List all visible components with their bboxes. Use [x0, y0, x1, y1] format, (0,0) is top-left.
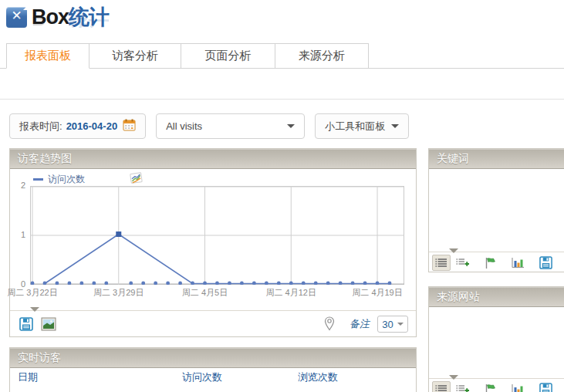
export-icon[interactable]: [18, 316, 35, 332]
report-date-value: 2016-04-20: [66, 120, 118, 132]
widget-footer-separator: [429, 378, 564, 379]
keywords-empty-body: [429, 169, 564, 252]
trend-chart: 访问次数 210 周二 3月22日周二 3月29日周二 4月5日周二 4月12日…: [10, 169, 416, 310]
legend-line-swatch: [33, 178, 43, 181]
chevron-down-icon: [391, 124, 399, 128]
trend-chart-svg[interactable]: [30, 186, 404, 285]
referrers-empty-body: [429, 307, 564, 378]
widget-title: 关键词: [429, 149, 564, 169]
bar-chart-icon[interactable]: [508, 381, 527, 392]
keywords-widget: 关键词: [428, 148, 564, 272]
column-visits[interactable]: 访问次数: [182, 370, 298, 384]
collapse-handle-icon[interactable]: [449, 375, 458, 380]
tab-visitor-analysis[interactable]: 访客分析: [89, 43, 181, 69]
y-axis-tick-label: 2: [13, 181, 25, 190]
bar-chart-icon[interactable]: [508, 255, 527, 271]
tab-report-dashboard[interactable]: 报表面板: [6, 43, 89, 69]
tab-source-analysis[interactable]: 来源分析: [275, 43, 369, 69]
x-axis-tick-label: 周二 4月5日: [182, 287, 228, 299]
widget-footer: [429, 379, 564, 392]
annotations-link[interactable]: 备注: [350, 317, 370, 331]
collapse-handle-icon[interactable]: [30, 307, 39, 312]
widget-title: 实时访客: [10, 348, 416, 368]
chevron-down-icon: [287, 124, 295, 128]
x-axis-tick-label: 周二 4月19日: [352, 287, 402, 299]
chart-footer-right: 备注 30: [321, 316, 408, 333]
chart-footer: 备注 30: [10, 311, 416, 337]
app-title-cn: 统计: [69, 5, 109, 29]
realtime-visitors-widget: 实时访客 日期 访问次数 浏览次数: [9, 347, 417, 392]
x-axis-tick-label: 周二 3月22日: [7, 287, 57, 299]
filter-row: 报表时间: 2016-04-20 All visits 小工具和面板: [9, 113, 409, 139]
collapse-handle-icon[interactable]: [449, 248, 458, 253]
app-logo: ✕ Box统计: [6, 4, 109, 30]
widgets-and-dashboard-button[interactable]: 小工具和面板: [315, 113, 409, 139]
referrer-sites-widget: 来源网站: [428, 286, 564, 392]
widget-title: 访客趋势图: [10, 149, 416, 169]
image-export-icon[interactable]: [40, 316, 57, 332]
x-axis-tick-label: 周二 3月29日: [93, 287, 144, 299]
chevron-down-icon: [397, 323, 404, 326]
row-limit-select[interactable]: 30: [377, 316, 408, 333]
app-title: Box统计: [32, 7, 109, 28]
segment-selected-label: All visits: [166, 120, 202, 132]
realtime-table-header: 日期 访问次数 浏览次数: [10, 368, 416, 387]
report-time-label: 报表时间:: [19, 120, 62, 133]
report-date-selector[interactable]: 报表时间: 2016-04-20: [9, 113, 146, 139]
map-pin-icon[interactable]: [321, 316, 338, 332]
widget-footer: [429, 252, 564, 273]
main-tabbar: 报表面板 访客分析 页面分析 来源分析: [0, 42, 564, 69]
column-date[interactable]: 日期: [18, 370, 182, 384]
goal-flag-icon[interactable]: [481, 255, 499, 271]
legend-label: 访问次数: [48, 173, 85, 186]
goal-flag-icon[interactable]: [481, 381, 499, 392]
segment-selector[interactable]: All visits: [156, 113, 305, 139]
sub-toolbar: [0, 69, 564, 100]
table-view-icon[interactable]: [432, 381, 451, 392]
chart-footer-separator: [10, 310, 416, 311]
column-pageviews[interactable]: 浏览次数: [298, 370, 338, 384]
export-icon[interactable]: [536, 381, 555, 392]
tab-page-analysis[interactable]: 页面分析: [181, 43, 275, 69]
table-more-icon[interactable]: [453, 381, 471, 392]
widgets-button-label: 小工具和面板: [325, 120, 385, 133]
image-chart-icon[interactable]: [130, 172, 144, 187]
chart-legend: 访问次数: [33, 172, 144, 187]
widget-title: 来源网站: [429, 287, 564, 307]
widget-footer-separator: [429, 252, 564, 252]
table-view-icon[interactable]: [432, 255, 451, 271]
row-limit-value: 30: [382, 319, 393, 330]
table-more-icon[interactable]: [453, 255, 471, 271]
calendar-icon: [123, 119, 136, 133]
app-title-en: Box: [32, 5, 69, 29]
y-axis-tick-label: 1: [13, 230, 25, 239]
x-cross-icon: ✕: [6, 7, 27, 28]
export-icon[interactable]: [536, 255, 555, 271]
x-axis-tick-label: 周二 4月12日: [266, 287, 316, 299]
visitor-trend-widget: 访客趋势图 访问次数 210 周二 3月22日周二 3月29日周二 4月5日周二…: [9, 148, 417, 337]
